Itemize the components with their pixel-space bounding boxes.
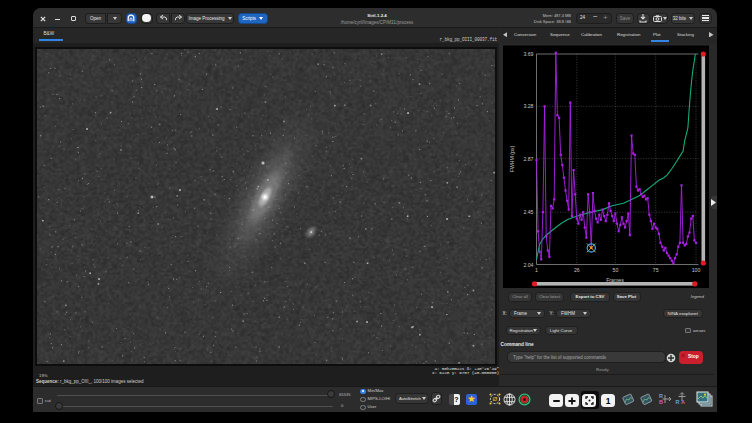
svg-text:2.04: 2.04: [523, 262, 533, 268]
svg-text:3.28: 3.28: [523, 103, 533, 109]
svg-text:2.87: 2.87: [523, 156, 533, 162]
svg-text:2.45: 2.45: [523, 209, 533, 215]
svg-text:26: 26: [574, 267, 580, 273]
svg-text:75: 75: [653, 267, 659, 273]
svg-text:1: 1: [535, 267, 538, 273]
svg-text:B: B: [659, 399, 663, 405]
svg-text:FWHM (px): FWHM (px): [509, 145, 515, 172]
svg-text:3.69: 3.69: [523, 51, 533, 57]
svg-text:100: 100: [692, 267, 701, 273]
svg-text:R: R: [676, 399, 680, 405]
svg-text:50: 50: [613, 267, 619, 273]
svg-text:Ø: Ø: [493, 395, 498, 402]
